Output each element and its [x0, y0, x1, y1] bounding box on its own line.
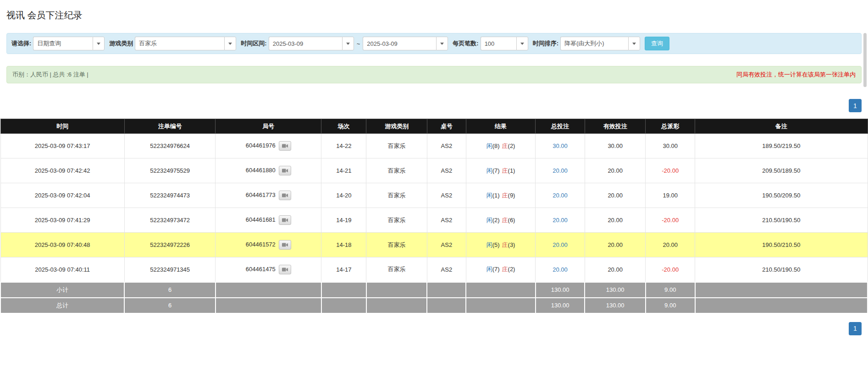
valid-bet-cell: 20.00 [585, 257, 645, 282]
date-range-label: 时间区间: [241, 39, 266, 48]
betting-records-page: 视讯 会员下注纪录 请选择: 游戏类别 时间区间: ~ [0, 0, 868, 335]
remark-cell: 209.50/189.50 [695, 158, 868, 183]
date-to-input[interactable] [363, 37, 436, 50]
table-no-cell: AS2 [427, 134, 466, 158]
date-from-dropdown-button[interactable] [342, 37, 354, 50]
player-result-group: 闲(5) [487, 241, 500, 248]
player-result: 闲 [487, 217, 492, 224]
remark-cell: 210.50/190.50 [695, 257, 868, 282]
subtotal-valid-bet: 130.00 [585, 282, 645, 298]
table-row: 2025-03-09 07:43:17 522324976624 6044619… [0, 134, 868, 158]
game-type-cell: 百家乐 [366, 134, 427, 158]
video-camera-icon [282, 193, 288, 198]
table-row: 2025-03-09 07:42:04 522324974473 6044617… [0, 183, 868, 208]
result-cell: 闲(7)庄(2) [466, 257, 535, 282]
replay-video-button[interactable] [279, 215, 291, 225]
video-camera-icon [282, 218, 288, 223]
scrollbar-thumb[interactable] [863, 33, 867, 87]
round-cell: 604461976 [216, 134, 321, 158]
valid-bet-cell: 20.00 [585, 183, 645, 208]
date-range-separator: ~ [357, 40, 360, 47]
grand-total-row: 总计 6 130.00 130.00 9.00 [0, 298, 868, 313]
pagination-page-1[interactable]: 1 [849, 99, 862, 112]
result-cell: 闲(1)庄(9) [466, 183, 535, 208]
grand-total-total-bet: 130.00 [536, 298, 585, 313]
header-bet-id: 注单编号 [124, 119, 216, 134]
result-cell: 闲(8)庄(2) [466, 134, 535, 158]
page-size-dropdown-button[interactable] [516, 37, 528, 50]
round-id: 604461681 [246, 216, 276, 223]
query-type-input[interactable] [33, 37, 93, 50]
table-no-cell: AS2 [427, 208, 466, 233]
query-type-label: 请选择: [11, 39, 31, 48]
banker-result-group: 庄(1) [502, 167, 515, 174]
video-camera-icon [282, 168, 288, 173]
player-result-group: 闲(7) [487, 167, 500, 174]
session-cell: 14-21 [321, 158, 366, 183]
caret-down-icon [97, 43, 100, 45]
game-type-label: 游戏类别 [109, 39, 133, 48]
total-bet-cell[interactable]: 20.00 [536, 158, 585, 183]
pagination-page-1[interactable]: 1 [849, 322, 862, 335]
total-bet-cell[interactable]: 20.00 [536, 183, 585, 208]
session-cell: 14-22 [321, 134, 366, 158]
replay-video-button[interactable] [279, 166, 291, 175]
remark-cell: 210.50/190.50 [695, 208, 868, 233]
header-total-bet: 总投注 [536, 119, 585, 134]
total-bet-cell[interactable]: 20.00 [536, 233, 585, 257]
time-cell: 2025-03-09 07:43:17 [0, 134, 124, 158]
replay-video-button[interactable] [279, 240, 291, 250]
game-type-input[interactable] [135, 37, 224, 50]
betting-records-table: 时间 注单编号 局号 场次 游戏类别 桌号 结果 总投注 有效投注 总派彩 备注… [0, 119, 868, 314]
replay-video-button[interactable] [279, 191, 291, 200]
page-size-select [481, 37, 528, 50]
banker-score: (3) [508, 241, 515, 248]
pagination-top: 1 [0, 99, 868, 112]
subtotal-total-bet: 130.00 [536, 282, 585, 298]
empty-cell [695, 298, 868, 313]
banker-result: 庄 [502, 217, 508, 224]
query-type-select [33, 37, 105, 50]
game-type-cell: 百家乐 [366, 183, 427, 208]
subtotal-payout: 9.00 [646, 282, 695, 298]
game-type-cell: 百家乐 [366, 233, 427, 257]
payout-cell: -20.00 [646, 208, 695, 233]
total-bet-cell[interactable]: 20.00 [536, 208, 585, 233]
replay-video-button[interactable] [279, 141, 291, 151]
grand-total-label: 总计 [0, 298, 124, 313]
sort-input[interactable] [560, 37, 628, 50]
banker-score: (9) [508, 192, 515, 199]
round-id: 604461880 [246, 167, 276, 174]
bet-id-cell: 522324976624 [124, 134, 216, 158]
table-no-cell: AS2 [427, 257, 466, 282]
date-to-picker [363, 37, 448, 50]
time-cell: 2025-03-09 07:42:04 [0, 183, 124, 208]
payout-cell: 30.00 [646, 134, 695, 158]
banker-result-group: 庄(3) [502, 241, 515, 248]
total-bet-cell[interactable]: 30.00 [536, 134, 585, 158]
empty-cell [427, 282, 466, 298]
game-type-dropdown-button[interactable] [224, 37, 236, 50]
banker-score: (1) [508, 167, 515, 174]
total-bet-cell[interactable]: 20.00 [536, 257, 585, 282]
table-no-cell: AS2 [427, 183, 466, 208]
player-score: (1) [492, 192, 500, 199]
banker-result-group: 庄(6) [502, 217, 515, 224]
page-size-input[interactable] [481, 37, 516, 50]
valid-bet-cell: 30.00 [585, 134, 645, 158]
subtotal-row: 小计 6 130.00 130.00 9.00 [0, 282, 868, 298]
date-from-input[interactable] [269, 37, 342, 50]
sort-dropdown-button[interactable] [628, 37, 640, 50]
player-result: 闲 [487, 241, 492, 248]
payout-cell: 19.00 [646, 183, 695, 208]
date-to-dropdown-button[interactable] [436, 37, 448, 50]
empty-cell [321, 282, 366, 298]
query-type-dropdown-button[interactable] [93, 37, 105, 50]
header-remark: 备注 [695, 119, 868, 134]
banker-result: 庄 [502, 142, 508, 149]
replay-video-button[interactable] [279, 265, 291, 274]
search-button[interactable]: 查询 [645, 37, 669, 50]
grand-total-payout: 9.00 [646, 298, 695, 313]
table-row: 2025-03-09 07:40:11 522324971345 6044614… [0, 257, 868, 282]
round-id: 604461773 [246, 191, 276, 198]
